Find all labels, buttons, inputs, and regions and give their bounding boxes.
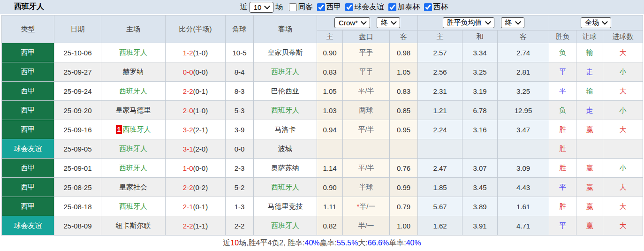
col-header-type: 类型 <box>2 15 54 43</box>
cell-score: 2-0(1-0) <box>166 101 226 120</box>
cell-result-wdl: 胜 <box>549 159 576 178</box>
cell-date: 25-09-05 <box>54 139 101 159</box>
cell-score: 3-1(2-0) <box>166 139 226 159</box>
cell-europe-away: 4.43 <box>498 178 549 197</box>
matches-count-select[interactable]: 10 <box>250 2 274 13</box>
cell-corners: 2-3 <box>226 159 254 178</box>
cell-result-handicap: 赢 <box>576 178 603 197</box>
cell-asia-line: 平/半 <box>343 82 390 101</box>
checkbox-label: 球会友谊 <box>354 2 384 12</box>
summary-text: 10 <box>230 239 239 247</box>
cell-europe-draw: 3.25 <box>462 62 498 82</box>
same-away-checkbox[interactable] <box>289 3 297 11</box>
copa-del-rey-checkbox[interactable] <box>424 3 432 11</box>
laliga-checkbox[interactable] <box>317 3 325 11</box>
scope-select[interactable]: 全场 <box>581 17 611 28</box>
cell-result-handicap: 赢 <box>576 216 603 236</box>
cell-competition: 西甲 <box>2 43 54 62</box>
cell-asia-away: 0.83 <box>390 82 418 101</box>
cell-asia-home: 1.05 <box>317 82 343 101</box>
cell-result-wdl: 平 <box>549 62 576 82</box>
cell-europe-home: 2.24 <box>418 120 462 139</box>
cell-result-wdl: 平 <box>549 216 576 236</box>
avg-type-select[interactable]: 胜平负均值 <box>443 17 494 28</box>
cell-result-goals: 大 <box>603 197 643 216</box>
chevron-down-icon <box>485 19 491 25</box>
checkbox-same-away[interactable]: 同客 <box>285 2 313 12</box>
cell-asia-away: 0.98 <box>390 43 418 62</box>
cell-score: 1-2(1-0) <box>166 43 226 62</box>
table-row: 西甲25-08-25皇家社会2-2(0-2)5-2西班牙人0.90半球0.991… <box>2 178 643 197</box>
asia-odds-group-header: Crow* 终 <box>317 15 418 30</box>
cell-date: 25-09-27 <box>54 62 101 82</box>
chevron-down-icon <box>602 19 608 25</box>
cell-europe-away: 2.81 <box>498 62 549 82</box>
checkbox-laliga[interactable]: 西甲 <box>313 2 341 12</box>
cell-score: 2-2(1-1) <box>166 216 226 236</box>
summary-text: 近 <box>223 238 230 248</box>
cell-asia-home: 0.90 <box>317 178 343 197</box>
cell-asia-away: 1.00 <box>390 216 418 236</box>
subcol-asia-home: 主 <box>317 30 343 43</box>
cell-competition: 西甲 <box>2 197 54 216</box>
summary-footer: 近10场,胜4平4负2, 胜率:40% 赢率:55.5% 大:66.6% 单率:… <box>0 236 644 251</box>
chevron-down-icon <box>515 19 521 25</box>
checkbox-copa-del-rey[interactable]: 西杯 <box>420 2 448 12</box>
cell-competition: 球会友谊 <box>2 139 54 159</box>
cell-away-team: 西班牙人 <box>254 101 317 120</box>
checkbox-catalonia-cup[interactable]: 加泰杯 <box>384 2 420 12</box>
cell-result-wdl: 负 <box>549 43 576 62</box>
team-name: 西班牙人 <box>119 48 147 56</box>
club-friendly-checkbox[interactable] <box>345 3 353 11</box>
team-name: 巴伦西亚 <box>271 87 299 95</box>
table-row: 西甲25-08-18西班牙人2-1(0-1)1-3马德里竞技1.11*半/一0.… <box>2 197 643 216</box>
cell-asia-home: 0.90 <box>317 43 343 62</box>
cell-asia-away: 0.85 <box>390 101 418 120</box>
cell-result-goals: 大 <box>603 178 643 197</box>
cell-result-handicap: 输 <box>576 43 603 62</box>
result-group-header: 全场 <box>549 15 643 30</box>
subcol-result-handicap: 让球 <box>576 30 603 43</box>
cell-home-team: 西班牙人 <box>101 82 166 101</box>
team-name: 奥萨苏纳 <box>271 164 299 172</box>
checkbox-label: 同客 <box>298 2 313 12</box>
col-header-score: 比分(半场) <box>166 15 226 43</box>
cell-corners: 1-3 <box>226 197 254 216</box>
asia-odds-time-select[interactable]: 终 <box>377 17 400 28</box>
odds-company-select[interactable]: Crow* <box>334 17 370 28</box>
near-label: 近 <box>240 2 248 12</box>
team-name: 西班牙人 <box>271 106 299 114</box>
cell-europe-draw: 6.78 <box>462 101 498 120</box>
summary-text: 单率: <box>389 238 406 248</box>
cell-score: 3-2(2-1) <box>166 120 226 139</box>
table-row: 西甲25-09-20皇家马德里2-0(1-0)5-3西班牙人1.03两球0.85… <box>2 101 643 120</box>
cell-competition: 西甲 <box>2 120 54 139</box>
cell-asia-away: 0.99 <box>390 178 418 197</box>
cell-corners: 2-2 <box>226 216 254 236</box>
subcol-result-goals: 进球数 <box>603 30 643 43</box>
cell-asia-line: *半/一 <box>343 197 390 216</box>
odds-company-value: Crow* <box>339 19 358 27</box>
europe-odds-time-select[interactable]: 终 <box>501 17 524 28</box>
catalonia-cup-checkbox[interactable] <box>388 3 396 11</box>
team-name: 西班牙人 <box>119 145 147 152</box>
cell-europe-draw: 3.89 <box>462 197 498 216</box>
cell-europe-away: 1.61 <box>498 197 549 216</box>
team-name: 马洛卡 <box>275 125 296 133</box>
chevron-down-icon <box>361 19 367 25</box>
subcol-europe-draw: 和 <box>462 30 498 43</box>
table-row: 西甲25-10-06西班牙人1-2(1-0)10-5皇家贝蒂斯0.90平手0.9… <box>2 43 643 62</box>
cell-result-goals <box>603 139 643 159</box>
cell-result-goals: 大 <box>603 43 643 62</box>
matches-count-value: 10 <box>254 3 262 11</box>
cell-europe-home: 2.47 <box>418 159 462 178</box>
checkbox-club-friendly[interactable]: 球会友谊 <box>341 2 384 12</box>
cell-away-team: 西班牙人 <box>254 62 317 82</box>
cell-date: 25-09-16 <box>54 120 101 139</box>
cell-away-team: 巴伦西亚 <box>254 82 317 101</box>
cell-home-team: 西班牙人 <box>101 159 166 178</box>
cell-result-wdl: 胜 <box>549 139 576 159</box>
cell-home-team: 西班牙人 <box>101 43 166 62</box>
col-header-date: 日期 <box>54 15 101 43</box>
cell-result-handicap: 输 <box>576 82 603 101</box>
